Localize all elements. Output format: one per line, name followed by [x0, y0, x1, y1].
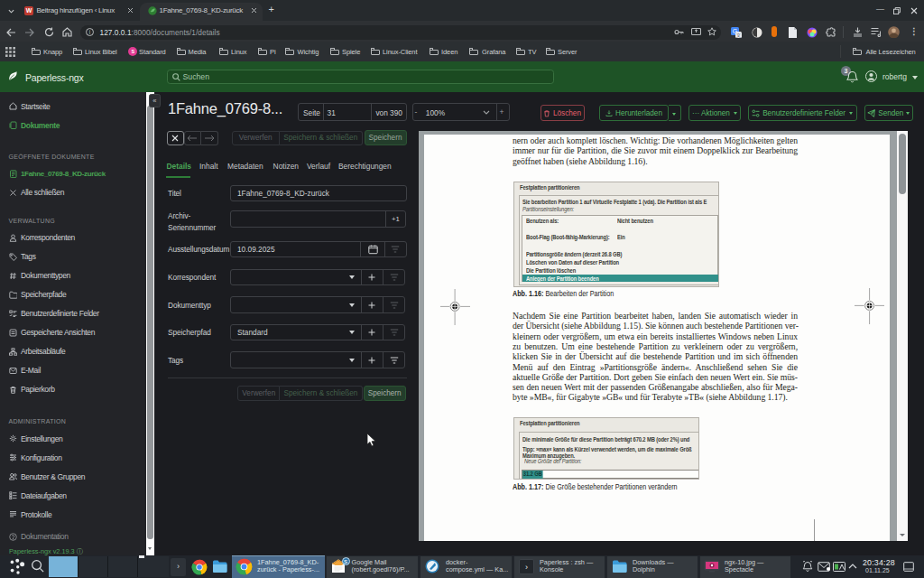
- svg-text:文: 文: [736, 32, 742, 37]
